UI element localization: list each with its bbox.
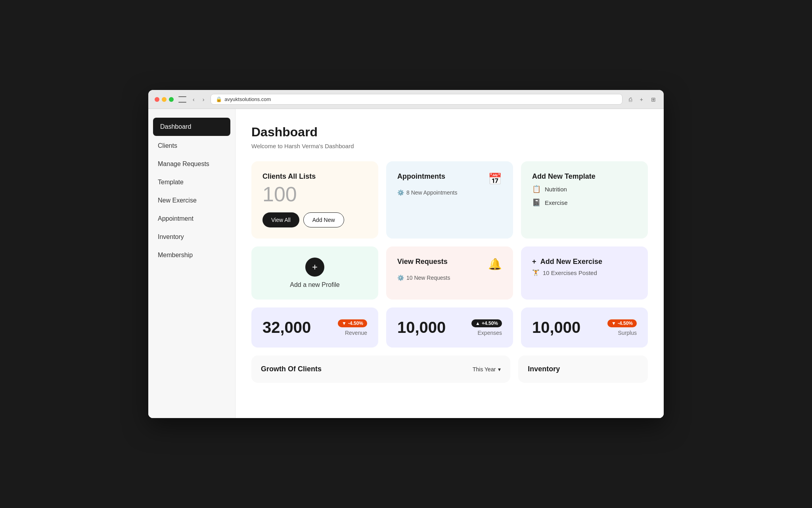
sidebar-item-template[interactable]: Template: [148, 173, 235, 191]
appointments-card-header: Appointments 📅: [397, 172, 502, 185]
sidebar-item-clients[interactable]: Clients: [148, 137, 235, 155]
appointments-count: 8 New Appointments: [406, 189, 457, 196]
sidebar: Dashboard Clients Manage Requests Templa…: [148, 109, 236, 418]
expenses-badge: ▲ +4.50%: [471, 319, 502, 327]
revenue-number: 32,000: [262, 319, 311, 336]
appointments-subtitle: ⚙️ 8 New Appointments: [397, 189, 502, 196]
period-selector[interactable]: This Year ▾: [473, 366, 501, 372]
appointments-gear-icon: ⚙️: [397, 189, 404, 196]
up-arrow-icon: ▲: [475, 321, 480, 326]
revenue-card: 32,000 ▼ -4.50% Revenue: [251, 307, 378, 348]
chevron-down-icon: ▾: [498, 366, 501, 372]
bottom-grid: Growth Of Clients This Year ▾ Inventory: [251, 355, 648, 383]
main-content: Dashboard Welcome to Harsh Verma's Dashb…: [236, 109, 664, 418]
requests-subtitle: ⚙️ 10 New Requests: [397, 275, 502, 281]
fullscreen-button[interactable]: [169, 97, 174, 102]
exercise-posted: 🏋 10 Exercises Posted: [532, 269, 637, 276]
plus-icon: +: [532, 258, 536, 265]
sidebar-item-inventory[interactable]: Inventory: [148, 228, 235, 246]
surplus-label: Surplus: [618, 330, 637, 336]
inventory-title: Inventory: [528, 365, 560, 373]
middle-cards-grid: + Add a new Profile View Requests 🔔 ⚙️ 1…: [251, 246, 648, 300]
sidebar-item-manage-requests[interactable]: Manage Requests: [148, 155, 235, 173]
bell-icon: 🔔: [488, 258, 502, 271]
clients-card-title: Clients All Lists: [262, 172, 367, 181]
sidebar-item-dashboard[interactable]: Dashboard: [153, 118, 230, 136]
exercise-label: Exercise: [545, 199, 568, 206]
exercise-card-title: + Add New Exercise: [532, 258, 637, 266]
growth-card: Growth Of Clients This Year ▾: [251, 355, 510, 383]
exercise-template-icon: 📓: [532, 198, 541, 207]
requests-count: 10 New Requests: [406, 275, 450, 281]
browser-content: Dashboard Clients Manage Requests Templa…: [148, 109, 664, 418]
requests-card-header: View Requests 🔔: [397, 258, 502, 271]
appointments-card-title: Appointments: [397, 172, 445, 181]
close-button[interactable]: [155, 97, 159, 102]
exercise-posted-label: 10 Exercises Posted: [543, 269, 597, 276]
exercise-item[interactable]: 📓 Exercise: [532, 196, 637, 209]
add-profile-card[interactable]: + Add a new Profile: [251, 246, 378, 300]
traffic-lights: [155, 97, 174, 102]
requests-card-title: View Requests: [397, 258, 448, 266]
revenue-row: 32,000 ▼ -4.50% Revenue: [262, 319, 367, 336]
surplus-badge-container: ▼ -4.50% Surplus: [607, 319, 637, 336]
stats-grid: 32,000 ▼ -4.50% Revenue 10,000: [251, 307, 648, 348]
growth-title: Growth Of Clients: [261, 365, 322, 373]
surplus-down-icon: ▼: [611, 321, 616, 326]
sidebar-item-membership[interactable]: Membership: [148, 246, 235, 264]
expenses-number: 10,000: [397, 319, 446, 336]
forward-button[interactable]: ›: [201, 95, 206, 103]
exercise-card[interactable]: + Add New Exercise 🏋 10 Exercises Posted: [521, 246, 648, 300]
surplus-number: 10,000: [532, 319, 580, 336]
period-label: This Year: [473, 366, 496, 372]
page-subtitle: Welcome to Harsh Verma's Dashboard: [251, 143, 648, 149]
add-new-button[interactable]: Add New: [303, 212, 344, 227]
revenue-badge: ▼ -4.50%: [338, 319, 367, 327]
nutrition-icon: 📋: [532, 185, 541, 193]
back-button[interactable]: ‹: [191, 95, 196, 103]
dumbbell-icon: 🏋: [532, 269, 540, 276]
surplus-row: 10,000 ▼ -4.50% Surplus: [532, 319, 637, 336]
down-arrow-icon: ▼: [342, 321, 347, 326]
address-bar[interactable]: 🔒 avyuktsolutions.com: [211, 94, 622, 105]
expenses-badge-value: +4.50%: [482, 321, 498, 326]
surplus-badge-value: -4.50%: [618, 321, 633, 326]
growth-header: Growth Of Clients This Year ▾: [261, 365, 501, 373]
sidebar-item-new-exercise[interactable]: New Exercise: [148, 191, 235, 210]
page-title: Dashboard: [251, 125, 648, 139]
minimize-button[interactable]: [162, 97, 167, 102]
expenses-card: 10,000 ▲ +4.50% Expenses: [386, 307, 513, 348]
nutrition-item[interactable]: 📋 Nutrition: [532, 182, 637, 196]
add-profile-label: Add a new Profile: [290, 281, 339, 288]
surplus-card: 10,000 ▼ -4.50% Surplus: [521, 307, 648, 348]
clients-count: 100: [262, 182, 367, 206]
expenses-row: 10,000 ▲ +4.50% Expenses: [397, 319, 502, 336]
view-all-button[interactable]: View All: [262, 212, 299, 227]
shield-icon: 🔒: [216, 96, 222, 102]
revenue-label: Revenue: [345, 330, 367, 336]
grid-button[interactable]: ⊞: [649, 95, 657, 103]
sidebar-toggle-icon[interactable]: [178, 96, 186, 103]
share-button[interactable]: ⎙: [627, 95, 634, 103]
requests-gear-icon: ⚙️: [397, 275, 404, 281]
top-cards-grid: Clients All Lists 100 View All Add New A…: [251, 161, 648, 239]
revenue-badge-value: -4.50%: [348, 321, 363, 326]
surplus-badge: ▼ -4.50%: [607, 319, 637, 327]
expenses-badge-container: ▲ +4.50% Expenses: [471, 319, 502, 336]
new-tab-button[interactable]: +: [638, 95, 645, 103]
calendar-icon: 📅: [488, 172, 502, 185]
template-card[interactable]: Add New Template 📋 Nutrition 📓 Exercise: [521, 161, 648, 239]
browser-window: ‹ › 🔒 avyuktsolutions.com ⎙ + ⊞ Dashboar…: [148, 90, 664, 418]
url-text: avyuktsolutions.com: [224, 96, 271, 102]
clients-card[interactable]: Clients All Lists 100 View All Add New: [251, 161, 378, 239]
add-profile-icon: +: [305, 258, 324, 277]
clients-card-actions: View All Add New: [262, 212, 367, 227]
browser-chrome: ‹ › 🔒 avyuktsolutions.com ⎙ + ⊞: [148, 90, 664, 109]
expenses-label: Expenses: [478, 330, 502, 336]
inventory-card: Inventory: [518, 355, 648, 383]
nutrition-label: Nutrition: [545, 186, 567, 193]
sidebar-item-appointment[interactable]: Appointment: [148, 210, 235, 228]
appointments-card[interactable]: Appointments 📅 ⚙️ 8 New Appointments: [386, 161, 513, 239]
requests-card[interactable]: View Requests 🔔 ⚙️ 10 New Requests: [386, 246, 513, 300]
template-card-title: Add New Template: [532, 172, 637, 181]
